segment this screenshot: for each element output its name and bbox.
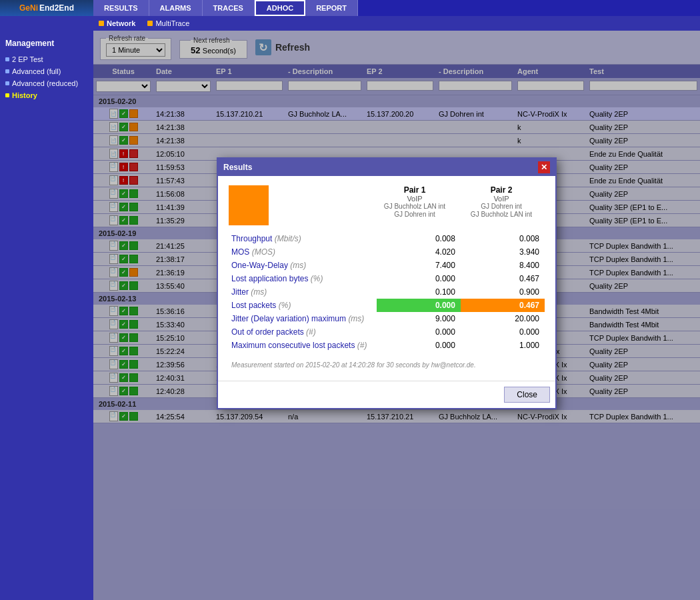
- tab-adhoc[interactable]: ADHOC: [255, 0, 305, 16]
- sidebar-item-history[interactable]: History: [0, 89, 93, 101]
- sub-tab-multitrace[interactable]: MultiTrace: [142, 18, 195, 29]
- pair2-header: Pair 2 VoIP GJ Dohren int GJ Buchholz LA…: [458, 185, 545, 219]
- tab-results[interactable]: RESULTS: [93, 0, 149, 16]
- main-content: Refresh rate 1 Minute 30 Seconds 5 Minut…: [93, 31, 700, 600]
- modal-close-button[interactable]: ✕: [538, 161, 550, 173]
- sidebar-item-advanced-reduced[interactable]: Advanced (reduced): [0, 77, 93, 89]
- results-modal: Results ✕ Pair 1 VoIP GJ Buchholz LAN in…: [217, 157, 557, 409]
- result-color-indicator: [229, 185, 269, 225]
- modal-title: Results: [223, 163, 252, 172]
- management-title: Management: [0, 36, 93, 53]
- modal-close-button-footer[interactable]: Close: [504, 387, 550, 403]
- tab-report[interactable]: REPORT: [305, 0, 358, 16]
- tab-alarms[interactable]: ALARMS: [149, 0, 203, 16]
- modal-titlebar: Results ✕: [218, 159, 555, 176]
- metrics-table: Throughput (Mbit/s) 0.008 0.008 MOS (MOS…: [229, 232, 545, 352]
- sidebar-item-2ep[interactable]: 2 EP Test: [0, 53, 93, 65]
- measurement-note: Measurement started on 2015-02-20 at 14:…: [229, 359, 545, 371]
- pair1-header: Pair 1 VoIP GJ Buchholz LAN int GJ Dohre…: [371, 185, 458, 219]
- sub-tab-network[interactable]: Network: [93, 18, 141, 29]
- modal-footer: Close: [218, 381, 555, 408]
- sidebar-item-advanced-full[interactable]: Advanced (full): [0, 65, 93, 77]
- tab-traces[interactable]: TRACES: [203, 0, 255, 16]
- logo: GeNi End2End: [0, 0, 93, 16]
- modal-body: Pair 1 VoIP GJ Buchholz LAN int GJ Dohre…: [218, 176, 555, 381]
- sidebar: Management 2 EP Test Advanced (full) Adv…: [0, 31, 93, 600]
